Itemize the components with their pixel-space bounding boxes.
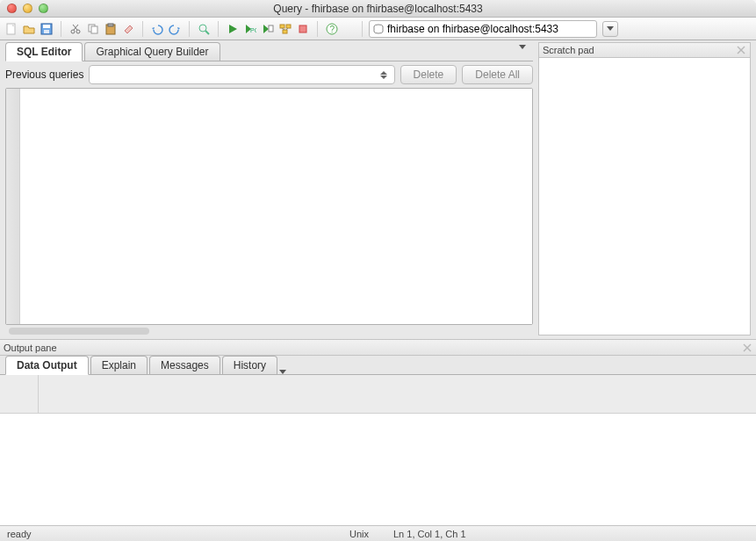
execute-file-icon[interactable] (260, 21, 276, 37)
close-icon[interactable] (736, 45, 746, 55)
connection-dropdown-button[interactable] (602, 21, 618, 37)
close-icon[interactable] (742, 343, 752, 353)
minimize-window-button[interactable] (23, 4, 32, 13)
toolbar: PG ? fhirbase on fhirbase@localhost:5433 (0, 18, 756, 40)
sql-editor-area (5, 88, 533, 325)
svg-point-12 (199, 25, 206, 32)
scratch-pad-title: Scratch pad (543, 45, 594, 55)
redo-icon[interactable] (167, 21, 183, 37)
delete-button[interactable]: Delete (400, 65, 457, 84)
cut-icon[interactable] (68, 21, 83, 37)
output-grid (0, 375, 756, 525)
grid-corner (0, 375, 39, 414)
status-bar: ready Unix Ln 1, Col 1, Ch 1 (0, 525, 756, 541)
status-position: Ln 1, Col 1, Ch 1 (393, 529, 466, 539)
new-file-icon[interactable] (4, 21, 19, 37)
stepper-icon (380, 68, 391, 82)
output-tab-strip: Data Output Explain Messages History (0, 356, 756, 375)
grid-header-row (39, 375, 756, 414)
undo-icon[interactable] (149, 21, 165, 37)
zoom-window-button[interactable] (39, 4, 48, 13)
execute-pgscript-icon[interactable]: PG (242, 21, 258, 37)
tab-history[interactable]: History (222, 356, 277, 374)
output-tabs-menu-button[interactable] (279, 370, 286, 374)
previous-queries-label: Previous queries (5, 69, 83, 81)
svg-line-6 (74, 25, 78, 30)
editor-gutter (6, 89, 20, 324)
svg-point-4 (71, 30, 75, 33)
close-window-button[interactable] (7, 4, 17, 13)
svg-point-5 (76, 30, 80, 33)
svg-rect-21 (299, 25, 306, 32)
paste-icon[interactable] (103, 21, 119, 37)
connection-combo[interactable]: fhirbase on fhirbase@localhost:5433 (369, 20, 597, 38)
tab-explain[interactable]: Explain (90, 356, 148, 374)
cancel-query-icon[interactable] (295, 21, 311, 37)
chevron-down-icon (519, 45, 526, 49)
clear-icon[interactable] (120, 21, 136, 37)
tab-data-output[interactable]: Data Output (5, 356, 89, 375)
svg-rect-18 (283, 30, 287, 33)
window-title: Query - fhirbase on fhirbase@localhost:5… (0, 3, 756, 15)
sql-editor-input[interactable] (20, 89, 532, 324)
output-pane-title: Output pane (4, 343, 57, 353)
status-state: ready (7, 529, 349, 539)
svg-text:PG: PG (250, 27, 256, 33)
output-pane-header: Output pane (0, 340, 756, 356)
open-file-icon[interactable] (21, 21, 37, 37)
svg-rect-9 (91, 26, 97, 33)
scratch-pad-textarea[interactable] (538, 58, 751, 335)
svg-text:?: ? (330, 25, 335, 34)
tab-graphical-query-builder[interactable]: Graphical Query Builder (84, 42, 220, 61)
execute-icon[interactable] (225, 21, 241, 37)
tab-messages[interactable]: Messages (149, 356, 220, 374)
scrollbar-thumb[interactable] (9, 328, 149, 335)
svg-rect-17 (286, 25, 291, 28)
connection-label: fhirbase on fhirbase@localhost:5433 (387, 23, 558, 35)
horizontal-scrollbar[interactable] (5, 327, 533, 335)
copy-icon[interactable] (85, 21, 101, 37)
svg-line-13 (205, 31, 209, 34)
tab-sql-editor[interactable]: SQL Editor (5, 42, 83, 61)
svg-rect-2 (43, 25, 50, 28)
editor-tab-strip: SQL Editor Graphical Query Builder (5, 42, 533, 61)
database-icon (373, 24, 384, 34)
svg-rect-15 (269, 25, 273, 32)
chevron-down-icon (607, 26, 614, 31)
save-file-icon[interactable] (39, 21, 54, 37)
title-bar: Query - fhirbase on fhirbase@localhost:5… (0, 0, 756, 18)
svg-rect-16 (280, 25, 284, 28)
grid-body (0, 414, 756, 525)
svg-line-7 (73, 25, 77, 30)
help-icon[interactable]: ? (324, 21, 340, 37)
scratch-pad-header: Scratch pad (538, 42, 751, 58)
chevron-down-icon (279, 370, 286, 374)
previous-queries-select[interactable] (89, 65, 394, 84)
editor-tabs-menu-button[interactable] (519, 45, 531, 57)
svg-rect-11 (108, 24, 113, 26)
delete-all-button[interactable]: Delete All (462, 65, 533, 84)
find-icon[interactable] (196, 21, 212, 37)
svg-rect-3 (44, 30, 49, 33)
status-encoding: Unix (349, 529, 393, 539)
explain-icon[interactable] (277, 21, 293, 37)
